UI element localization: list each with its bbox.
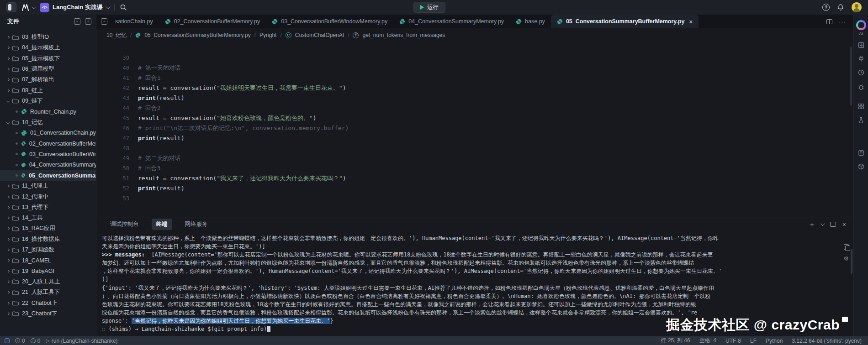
editor-scrollbar[interactable] [850, 47, 852, 106]
breadcrumb-item[interactable]: get_num_tokens_from_messages [362, 32, 445, 38]
user-avatar[interactable] [852, 2, 862, 12]
status-item[interactable]: 空格: 4 [699, 337, 716, 345]
tree-item[interactable]: 07_解析输出 [0, 74, 96, 85]
docs-icon[interactable] [857, 148, 866, 157]
tree-item[interactable]: 20_人脉工具上 [0, 277, 96, 287]
breadcrumb-item[interactable]: 10_记忆 [106, 31, 127, 39]
chevron-icon [6, 206, 10, 209]
more-actions-icon[interactable]: ··· [839, 18, 846, 25]
copy-icon[interactable] [844, 244, 849, 250]
tree-item[interactable]: 04_提示模板上 [0, 42, 96, 53]
status-item[interactable]: LF [750, 338, 757, 344]
editor-tab[interactable]: sationChain.py × [109, 15, 159, 28]
editor-tab[interactable]: 05_ConversationSummaryBufferMemory.py × [551, 15, 699, 28]
panel-tab[interactable]: 终端 [152, 219, 172, 230]
editor-tab[interactable]: base.py × [510, 15, 551, 28]
problems-errors[interactable]: × 0 [15, 338, 25, 344]
tree-item[interactable]: 17_回调函数 [0, 245, 96, 255]
code-text: result = conversation("我姐姐明天要过生日，我需要一束生日… [129, 83, 346, 93]
collapse-folders-icon[interactable]: − [74, 18, 80, 25]
help-icon[interactable]: ? [822, 4, 830, 11]
problems-warnings[interactable]: ! 0 [31, 338, 41, 344]
chevron-down-icon[interactable] [820, 221, 825, 226]
panel-tab[interactable]: 调试控制台 [106, 219, 143, 230]
split-editor-icon[interactable] [826, 19, 832, 24]
status-item[interactable]: Python [766, 338, 783, 344]
tree-item[interactable]: 22_Chatbot上 [0, 298, 96, 308]
search-icon[interactable] [120, 4, 127, 11]
tree-item[interactable]: 23_Chatbot下 [0, 308, 96, 319]
panel-tab[interactable]: 网络服务 [180, 219, 212, 230]
terminal-output[interactable]: 可以选择浅粉色带有珠光的那种，系上一个淡紫色的丝带蝴蝶结，这样整个花束就会非常精… [96, 230, 853, 336]
tree-item[interactable]: 21_人脉工具下 [0, 287, 96, 298]
close-panel-icon[interactable]: × [842, 221, 846, 228]
tree-item[interactable]: 16_操作数据库 [0, 234, 96, 245]
file-tree: 03_模型IO 04_提示模板上 05_提示模板下 06_调用模型 [0, 28, 96, 319]
breadcrumb-item[interactable]: 05_ConversationSummaryBufferMemory.py [144, 32, 250, 38]
text-segment: ) [313, 115, 317, 121]
bug-icon[interactable] [857, 83, 866, 92]
sidebar-toggle-icon[interactable] [6, 2, 16, 12]
tree-item[interactable]: 11_代理上 [0, 181, 96, 191]
tree-item[interactable]: 01_ConversationChain.py [0, 128, 96, 138]
editor-tab[interactable]: 02_ConversationBufferMemory.py × [159, 15, 266, 28]
workspace-switcher[interactable]: </> LangChain 实战课 [40, 3, 109, 12]
tree-item[interactable]: 03_模型IO [0, 32, 96, 42]
line-number: 53 [96, 193, 129, 204]
tree-item[interactable]: 19_BabyAGI [0, 266, 96, 277]
text-segment: # 第一天的对话 [138, 64, 181, 71]
tree-item[interactable]: 13_代理下 [0, 202, 96, 213]
text-segment: # 回合2 [138, 105, 160, 111]
error-icon: × [15, 338, 20, 343]
tree-item-label: 06_调用模型 [22, 65, 54, 73]
code-text: # 第一天的对话 [129, 63, 181, 73]
editor-tab[interactable]: 04_ConversationSummaryMemory.py × [393, 15, 510, 28]
terminal-settings-icon[interactable]: ⚙ [843, 256, 849, 261]
notifications-bell-icon[interactable] [837, 4, 844, 11]
code-editor[interactable]: 39 40 # 第一天的对话 41 # 回合1 42 result = conv… [96, 42, 853, 218]
code-line: 45 result = conversation("她喜欢粉色玫瑰，颜色是粉色的… [96, 113, 853, 123]
status-item[interactable]: 3.12.2 64-bit ('shims': pyenv) [792, 338, 862, 344]
code-line: 50 # 回合3 [96, 163, 853, 173]
tree-item[interactable]: 02_ConversationBufferMemor... [0, 138, 96, 149]
tree-item[interactable]: 12_代理中 [0, 191, 96, 202]
flask-icon[interactable] [857, 115, 866, 125]
tree-item[interactable]: 04_ConversationSummaryMe... [0, 160, 96, 170]
history-clock-icon[interactable] [857, 68, 866, 77]
app-menu[interactable] [21, 4, 35, 11]
tree-item[interactable]: 08_链上 [0, 85, 96, 95]
new-terminal-icon[interactable]: + [810, 221, 814, 228]
plug-icon[interactable] [857, 54, 866, 63]
remote-workspace-icon[interactable] [5, 338, 10, 343]
ai-assistant-icon[interactable] [856, 20, 866, 30]
package-icon[interactable] [857, 162, 866, 171]
text-segment: # 第二天的对话 [138, 155, 181, 162]
new-tab-icon[interactable]: + [101, 18, 107, 25]
breadcrumb-item[interactable]: CustomChatOpenAI [295, 32, 344, 38]
download-icon[interactable] [857, 41, 866, 50]
split-panel-icon[interactable] [830, 222, 836, 227]
close-icon[interactable]: × [689, 18, 693, 25]
tree-item[interactable]: 18_CAMEL [0, 255, 96, 266]
tree-item[interactable]: 09_链下 [0, 96, 96, 106]
tree-item[interactable]: 14_工具 [0, 213, 96, 223]
run-button[interactable]: 运行 [413, 2, 445, 13]
run-status[interactable]: ▷ run (LangChain-shizhanke) [46, 338, 117, 344]
tree-item[interactable]: 03_ConversationBufferWindo... [0, 149, 96, 159]
tree-item[interactable]: 10_记忆 [0, 117, 96, 127]
tree-item[interactable]: 06_调用模型 [0, 64, 96, 74]
tree-item[interactable]: 05_提示模板下 [0, 53, 96, 64]
tree-item[interactable]: 05_ConversationSummaryBuf... [0, 170, 96, 181]
terminal-scrollbar[interactable] [851, 249, 852, 274]
breadcrumb-item[interactable]: Pyright [259, 32, 276, 38]
new-file-icon[interactable]: + [85, 18, 91, 25]
tree-item[interactable]: 15_RAG应用 [0, 223, 96, 234]
folder-icon [12, 98, 19, 104]
tree-item[interactable]: Rounter_Chain.py [0, 106, 96, 117]
code-text [129, 193, 138, 204]
editor-tab[interactable]: 03_ConversationBufferWindowMemory.py × [266, 15, 393, 28]
terminal-line: 色玫瑰为主花材的花束呢。你可以要求花艺师用18支粉色玫瑰，18这个数字在生日的时… [102, 300, 853, 308]
status-item[interactable]: 行 25, 列 46 [661, 337, 690, 345]
status-item[interactable]: UTF-8 [725, 338, 741, 344]
grid-icon[interactable] [857, 102, 866, 111]
